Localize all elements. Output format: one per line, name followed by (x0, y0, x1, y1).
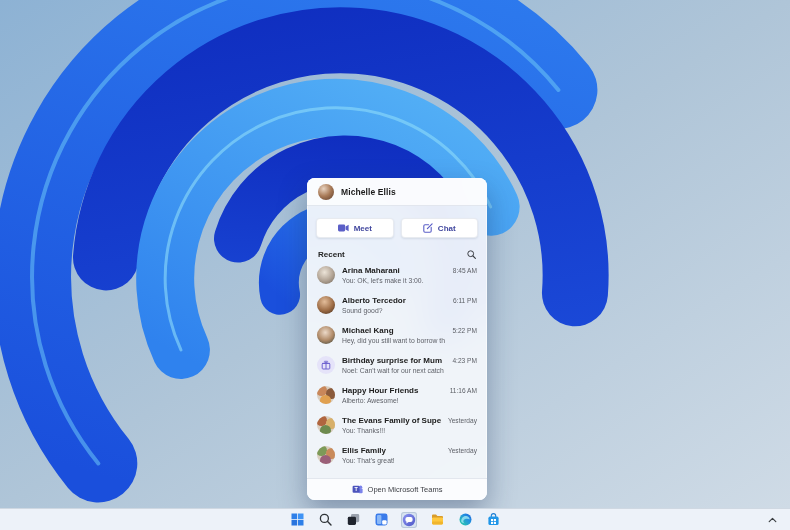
chat-preview: You: That's great! (342, 456, 441, 465)
recent-chat-list: Arina Maharani You: OK, let's make it 3:… (307, 261, 487, 478)
chat-new-button[interactable]: Chat (401, 218, 479, 238)
task-view-button[interactable] (345, 512, 361, 528)
chat-preview: Hey, did you still want to borrow the no… (342, 336, 445, 345)
chat-name: Arina Maharani (342, 266, 446, 276)
desktop: Michelle Ellis Meet Chat Recent (0, 0, 790, 530)
chat-item-evans-family[interactable]: The Evans Family of Supers You: Thanks!!… (315, 412, 479, 442)
tray-overflow-button[interactable] (768, 509, 777, 530)
windows-logo-icon (291, 513, 304, 526)
store-button[interactable] (485, 512, 501, 528)
file-explorer-button[interactable] (429, 512, 445, 528)
chat-preview: Noel: Can't wait for our next catch up! (342, 366, 445, 375)
chat-item-michael-kang[interactable]: Michael Kang Hey, did you still want to … (315, 322, 479, 352)
chat-item-birthday-surprise[interactable]: Birthday surprise for Mum Noel: Can't wa… (315, 352, 479, 382)
chat-name: The Evans Family of Supers (342, 416, 441, 426)
chat-name: Ellis Family (342, 446, 441, 456)
chat-time: 8:45 AM (453, 266, 477, 276)
chat-preview: You: Thanks!!! (342, 426, 441, 435)
gift-icon (317, 356, 335, 374)
teams-chat-flyout: Michelle Ellis Meet Chat Recent (307, 178, 487, 500)
chat-preview: You: OK, let's make it 3:00. (342, 276, 446, 285)
microsoft-store-icon (487, 513, 500, 526)
search-icon[interactable] (467, 250, 476, 259)
chat-button-label: Chat (438, 224, 456, 233)
chat-time: Yesterday (448, 416, 477, 426)
user-name: Michelle Ellis (341, 187, 396, 197)
taskbar (0, 508, 790, 530)
video-camera-icon (338, 224, 349, 232)
person-avatar (317, 296, 335, 314)
chat-time: 5:22 PM (452, 326, 477, 336)
meet-button-label: Meet (354, 224, 372, 233)
user-avatar (318, 184, 334, 200)
task-view-icon (347, 513, 360, 526)
chat-name: Happy Hour Friends (342, 386, 443, 396)
meet-button[interactable]: Meet (316, 218, 394, 238)
search-button[interactable] (317, 512, 333, 528)
group-avatar (317, 446, 335, 464)
chat-name: Michael Kang (342, 326, 445, 336)
chat-item-arina-maharani[interactable]: Arina Maharani You: OK, let's make it 3:… (315, 262, 479, 292)
widgets-button[interactable] (373, 512, 389, 528)
chat-item-alberto-tercedor[interactable]: Alberto Tercedor Sound good? 6:11 PM (315, 292, 479, 322)
chat-preview: Alberto: Awesome! (342, 396, 443, 405)
quick-actions: Meet Chat (307, 206, 487, 247)
chat-time: 4:23 PM (452, 356, 477, 366)
chevron-up-icon (768, 517, 777, 523)
widgets-icon (375, 513, 388, 526)
open-teams-label: Open Microsoft Teams (368, 485, 443, 494)
chat-item-happy-hour-friends[interactable]: Happy Hour Friends Alberto: Awesome! 11:… (315, 382, 479, 412)
recent-header: Recent (307, 247, 487, 261)
chat-time: 11:16 AM (450, 386, 477, 396)
teams-logo-icon: T (352, 484, 363, 495)
edge-button[interactable] (457, 512, 473, 528)
flyout-header: Michelle Ellis (307, 178, 487, 206)
edge-browser-icon (459, 513, 472, 526)
chat-button[interactable] (401, 512, 417, 528)
chat-item-ellis-family[interactable]: Ellis Family You: That's great! Yesterda… (315, 442, 479, 472)
chat-name: Birthday surprise for Mum (342, 356, 445, 366)
chat-preview: Sound good? (342, 306, 446, 315)
chat-time: Yesterday (448, 446, 477, 456)
search-icon (319, 513, 332, 526)
person-avatar (317, 326, 335, 344)
open-teams-button[interactable]: T Open Microsoft Teams (307, 478, 487, 500)
file-explorer-icon (431, 513, 444, 526)
start-button[interactable] (289, 512, 305, 528)
teams-chat-icon (402, 513, 416, 527)
group-avatar (317, 386, 335, 404)
chat-time: 6:11 PM (453, 296, 477, 306)
group-avatar (317, 416, 335, 434)
person-avatar (317, 266, 335, 284)
recent-title: Recent (318, 250, 345, 259)
compose-icon (423, 223, 433, 233)
chat-name: Alberto Tercedor (342, 296, 446, 306)
